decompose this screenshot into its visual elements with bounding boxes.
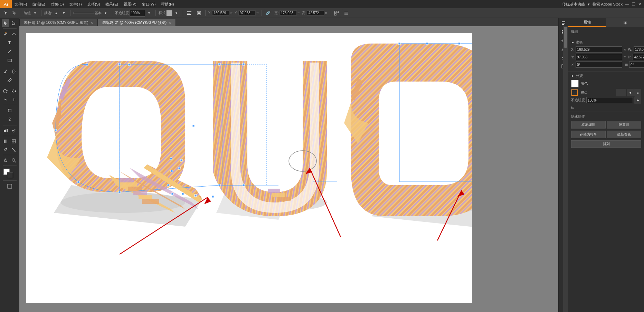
stroke-weight-input[interactable] [616,89,626,96]
selection-toggle[interactable] [2,9,10,17]
save-as-symbol-btn[interactable]: 存储为符号 [571,131,606,138]
menu-edit[interactable]: 编辑(E) [30,0,48,8]
h-coord-input[interactable] [633,54,644,60]
rotate-tool[interactable] [2,87,9,95]
interpolate-up[interactable]: ▲ [53,9,60,17]
svg-marker-1 [13,11,16,15]
angle-input[interactable] [576,62,622,68]
workspace-label[interactable]: 传统基本功能 [562,2,585,7]
menu-effect[interactable]: 效果(E) [103,0,121,8]
window-minimize[interactable]: — [625,2,629,6]
screen-mode-btn[interactable] [1,182,18,190]
ungroup-btn[interactable]: 取消编组 [571,121,606,129]
workspace-dropdown-icon[interactable]: ▾ [588,2,590,7]
menu-view[interactable]: 视图(V) [121,0,139,8]
y-label: Y: [235,11,238,15]
lt-sep-4 [3,105,17,105]
canvas-area[interactable] [19,26,568,312]
puppet-warp-tool[interactable] [1,115,18,124]
fill-color-swatch[interactable] [571,80,579,87]
fill-stroke-selector[interactable] [2,167,17,179]
window-close[interactable]: ✕ [638,2,641,7]
paintbrush-tool[interactable] [2,68,9,75]
menu-select[interactable]: 选择(S) [85,0,103,8]
line-tool[interactable] [1,47,18,56]
symbol-sprayer-tool[interactable] [10,127,18,134]
vertical-scrollbar[interactable] [563,26,568,312]
svg-rect-28 [11,112,11,112]
zoom-tool[interactable] [10,157,18,164]
libraries-tab[interactable]: 库 [606,18,644,27]
menu-window[interactable]: 窗口(W) [139,0,159,8]
stroke-preview[interactable] [73,12,94,14]
w-value[interactable]: 178.023 [280,10,297,16]
group-dropdown[interactable]: ▾ [31,9,38,17]
h-value[interactable]: 42.572 [307,10,324,16]
stroke-dropdown[interactable]: ▾ [102,9,109,17]
opacity-section-input[interactable] [586,97,633,103]
close-tab-2[interactable]: ✕ [169,21,171,25]
type-tool[interactable]: T [1,38,18,47]
svg-rect-24 [8,109,11,112]
menu-text[interactable]: 文字(T) [67,0,85,8]
svg-rect-66 [119,63,121,65]
graph-tool[interactable] [2,127,9,134]
menu-file[interactable]: 文件(F) [12,0,30,8]
blob-brush-tool[interactable] [10,68,18,75]
stroke-swatch[interactable] [571,89,578,96]
stroke-label: 描边 [581,90,588,95]
direct-selection-tool[interactable] [10,19,18,27]
arrange-btn[interactable]: 排列 [571,140,641,148]
recolor-btn[interactable]: 显新着色 [607,131,642,138]
opacity-dropdown[interactable]: ▾ [146,9,153,17]
scrollbar-thumb[interactable] [564,27,567,48]
x-value[interactable]: 160.529 [212,10,229,16]
w-coord-input[interactable] [634,46,644,53]
opacity-section-more[interactable]: ▶ [634,96,641,104]
pencil-tool[interactable] [1,76,18,84]
y-coord-input[interactable] [576,54,622,60]
menu-object[interactable]: 对象(O) [48,0,67,8]
eyedropper-tool[interactable] [2,146,9,153]
close-tab-1[interactable]: ✕ [91,21,93,25]
stroke-menu-btn[interactable]: ≡ [634,89,641,96]
opacity-input[interactable] [130,10,145,17]
width-tool[interactable] [10,96,18,103]
style-dropdown[interactable]: ▾ [173,9,180,17]
hand-tool[interactable] [2,157,9,164]
window-restore[interactable]: ❐ [632,2,635,7]
search-stock[interactable]: 搜索 Adobe Stock [593,2,623,7]
style-preview[interactable] [166,10,172,16]
free-transform-tool[interactable] [1,106,18,115]
x-coord-input[interactable] [576,46,622,53]
y-value[interactable]: 97.953 [238,10,256,16]
stroke-options-btn[interactable]: ▾ [627,89,634,96]
measure-tool[interactable] [10,146,18,153]
curvature-tool[interactable] [10,30,18,38]
align-icon[interactable] [185,9,193,17]
arrange-icon[interactable] [342,9,350,17]
menu-help[interactable]: 帮助(H) [158,0,177,8]
reflect-tool[interactable] [10,87,18,95]
tab-document-1[interactable]: 未标题-1* @ 100% (CMYK/GPU 预览) ✕ [19,19,98,26]
mesh-tool[interactable] [10,138,18,145]
warp-tool[interactable] [2,96,9,103]
svg-rect-63 [273,193,285,197]
more-transform[interactable] [332,9,341,17]
properties-tab[interactable]: 属性 [568,18,606,27]
link-proportions[interactable]: 🔗 [264,9,272,17]
fx-label[interactable]: fx [571,106,574,110]
transform-icon[interactable] [195,9,203,17]
selection-tool[interactable] [2,19,9,27]
tab-document-2[interactable]: 未标题-2* @ 400% (CMYK/GPU 预览) ✕ [98,19,176,26]
direct-select-toggle[interactable] [10,9,18,17]
pen-tool[interactable] [2,30,9,38]
interpolate-down[interactable]: ▼ [60,9,67,17]
panel-icon-properties[interactable] [560,19,567,27]
gradient-tool[interactable] [2,138,9,145]
isolate-group-btn[interactable]: 隔离组 [607,121,642,129]
appearance-section: 外观 填色 描边 ▾ ≡ 不透明度 ▶ fx [568,72,644,112]
shear-input[interactable] [629,62,644,68]
style-label: 样式 [159,11,165,16]
rect-tool[interactable] [1,56,18,65]
